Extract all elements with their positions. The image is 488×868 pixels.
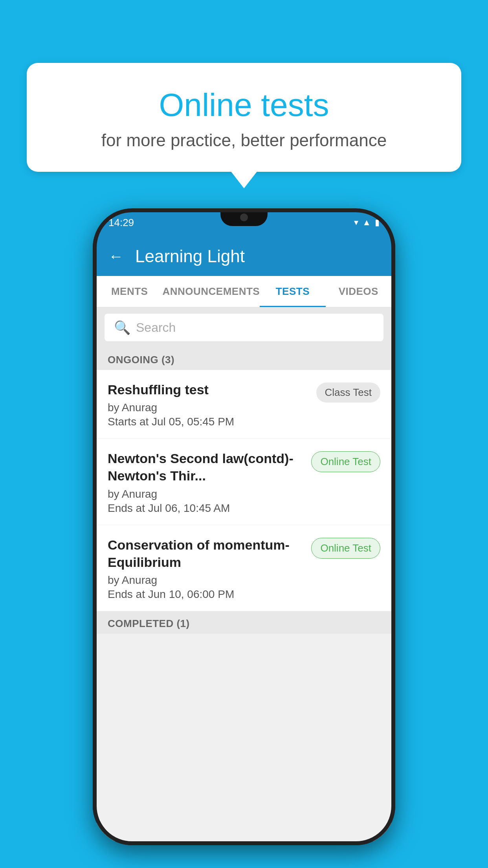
test-list: Reshuffling test by Anurag Starts at Jul… [97,370,391,611]
tab-ments[interactable]: MENTS [97,276,162,307]
test-item[interactable]: Conservation of momentum-Equilibrium by … [97,525,391,611]
search-placeholder: Search [136,320,176,335]
phone-frame: 14:29 ▾ ▲ ▮ ← Learning Light MENTS ANNOU… [93,208,395,845]
notch [220,208,268,226]
test-info: Conservation of momentum-Equilibrium by … [108,536,305,601]
search-icon: 🔍 [114,320,130,335]
test-info: Newton's Second law(contd)-Newton's Thir… [108,450,305,514]
test-info: Reshuffling test by Anurag Starts at Jul… [108,381,310,428]
wifi-icon: ▾ [354,217,358,228]
phone-screen: ← Learning Light MENTS ANNOUNCEMENTS TES… [97,237,391,841]
app-title: Learning Light [135,246,245,266]
tab-videos[interactable]: VIDEOS [326,276,391,307]
app-header: ← Learning Light [97,237,391,276]
tabs-bar: MENTS ANNOUNCEMENTS TESTS VIDEOS [97,276,391,307]
test-author: by Anurag [108,574,305,587]
test-name: Conservation of momentum-Equilibrium [108,536,305,571]
test-item[interactable]: Reshuffling test by Anurag Starts at Jul… [97,370,391,439]
tab-announcements[interactable]: ANNOUNCEMENTS [162,276,260,307]
back-button[interactable]: ← [108,248,123,265]
completed-section-label: COMPLETED (1) [97,611,391,634]
test-author: by Anurag [108,488,305,500]
bubble-title: Online tests [46,86,442,123]
camera [240,213,248,221]
tab-tests[interactable]: TESTS [260,276,325,307]
test-name: Newton's Second law(contd)-Newton's Thir… [108,450,305,484]
test-date: Starts at Jul 05, 05:45 PM [108,416,310,428]
status-icons: ▾ ▲ ▮ [354,217,380,228]
search-bar[interactable]: 🔍 Search [105,314,383,341]
speech-bubble: Online tests for more practice, better p… [27,63,461,172]
signal-icon: ▲ [362,217,371,228]
test-badge-class: Class Test [316,383,380,403]
battery-icon: ▮ [375,217,380,228]
status-bar: 14:29 ▾ ▲ ▮ [93,208,395,237]
status-time: 14:29 [108,217,134,229]
ongoing-section-label: ONGOING (3) [97,348,391,370]
bubble-subtitle: for more practice, better performance [46,131,442,150]
test-date: Ends at Jul 06, 10:45 AM [108,502,305,515]
test-date: Ends at Jun 10, 06:00 PM [108,588,305,601]
search-container: 🔍 Search [97,307,391,348]
test-author: by Anurag [108,401,310,414]
test-item[interactable]: Newton's Second law(contd)-Newton's Thir… [97,439,391,525]
test-name: Reshuffling test [108,381,310,398]
test-badge-online: Online Test [311,451,380,472]
test-badge-online: Online Test [311,538,380,559]
